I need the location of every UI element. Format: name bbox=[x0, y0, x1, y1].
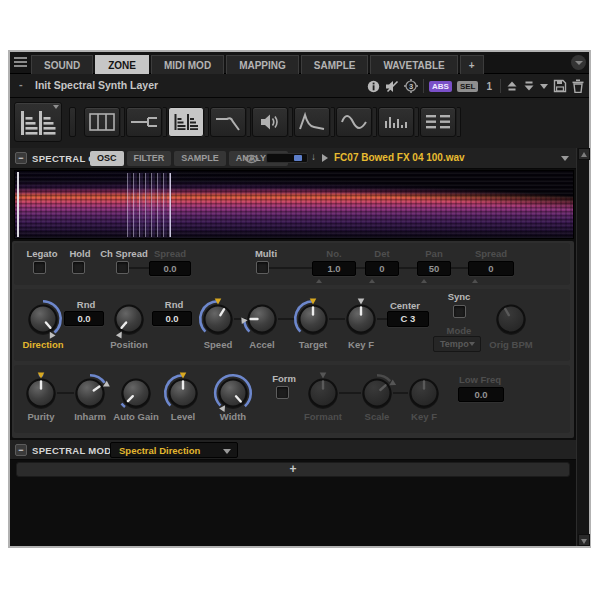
sel-badge[interactable]: SEL bbox=[457, 81, 479, 92]
level-knob[interactable] bbox=[161, 371, 205, 415]
spread-field[interactable]: 0.0 bbox=[149, 261, 191, 276]
button-strip[interactable] bbox=[331, 107, 335, 137]
sample-file-name[interactable]: FC07 Bowed FX 04 100.wav bbox=[334, 152, 465, 163]
button-strip[interactable] bbox=[289, 107, 293, 137]
chevron-down-icon[interactable] bbox=[540, 84, 548, 89]
delete-icon[interactable] bbox=[572, 79, 584, 93]
tuning-fork-icon bbox=[130, 113, 158, 131]
purity-label: Purity bbox=[13, 411, 69, 422]
position-label: Position bbox=[101, 339, 157, 350]
mute-icon[interactable] bbox=[385, 80, 399, 93]
button-strip[interactable] bbox=[247, 107, 251, 137]
button-strip[interactable] bbox=[121, 107, 125, 137]
vertical-scrollbar[interactable] bbox=[576, 148, 589, 546]
add-modulator-button[interactable]: + bbox=[16, 462, 570, 477]
tab-midi-mod[interactable]: MIDI MOD bbox=[151, 55, 224, 74]
slider-handle[interactable] bbox=[294, 155, 302, 161]
multi-det-label: Det bbox=[365, 248, 399, 259]
button-strip[interactable] bbox=[163, 107, 167, 137]
filter-curve-icon bbox=[214, 112, 242, 132]
tab-sample[interactable]: SAMPLE bbox=[174, 151, 226, 166]
envelope-section-button[interactable] bbox=[294, 107, 330, 137]
spectral-icon bbox=[174, 113, 198, 131]
center-key-field[interactable]: C 3 bbox=[387, 311, 429, 327]
collapse-section-button[interactable]: − bbox=[15, 152, 27, 164]
low-freq-field[interactable]: 0.0 bbox=[458, 387, 504, 402]
form-checkbox[interactable] bbox=[276, 386, 289, 399]
play-icon[interactable] bbox=[322, 154, 328, 162]
tab-sample[interactable]: SAMPLE bbox=[301, 55, 369, 74]
filter-section-button[interactable] bbox=[210, 107, 246, 137]
ch-spread-checkbox[interactable] bbox=[116, 261, 129, 274]
keyboard-section-button[interactable] bbox=[84, 107, 120, 137]
scroll-up-button[interactable] bbox=[578, 148, 590, 160]
auto-gain-knob[interactable] bbox=[114, 371, 158, 415]
tab-zone[interactable]: ZONE bbox=[95, 55, 149, 74]
sine-wave-icon bbox=[340, 113, 368, 131]
move-down-icon[interactable] bbox=[523, 80, 535, 92]
multi-label: Multi bbox=[248, 248, 284, 259]
button-strip[interactable] bbox=[457, 107, 461, 137]
multi-no-field[interactable]: 1.0 bbox=[312, 261, 356, 276]
info-icon[interactable] bbox=[367, 80, 380, 93]
zone-title-bar: - Init Spectral Synth Layer 3 ABS SEL 1 bbox=[10, 74, 589, 98]
width-knob[interactable] bbox=[211, 371, 255, 415]
tab-filter[interactable]: FILTER bbox=[127, 151, 172, 166]
move-up-icon[interactable] bbox=[506, 80, 518, 92]
hold-checkbox[interactable] bbox=[72, 261, 85, 274]
mode-dropdown[interactable]: Tempo bbox=[433, 336, 481, 352]
rnd2-field[interactable]: 0.0 bbox=[152, 311, 192, 326]
direction-label: Direction bbox=[15, 339, 71, 350]
save-icon[interactable] bbox=[553, 79, 567, 93]
legato-checkbox[interactable] bbox=[33, 261, 46, 274]
eye-icon[interactable] bbox=[244, 154, 259, 164]
layer-type-button[interactable] bbox=[14, 102, 62, 142]
step-mod-section-button[interactable] bbox=[378, 107, 414, 137]
envelope-icon bbox=[298, 112, 326, 132]
speaker-icon bbox=[260, 113, 280, 131]
orig-bpm-knob[interactable] bbox=[489, 297, 533, 341]
abs-badge[interactable]: ABS bbox=[429, 81, 452, 92]
tab-wavetable[interactable]: WAVETABLE bbox=[370, 55, 457, 74]
multi-det-field[interactable]: 0 bbox=[365, 261, 399, 276]
button-strip[interactable] bbox=[373, 107, 377, 137]
sample-select-chevron-icon[interactable] bbox=[561, 156, 569, 161]
rnd1-field[interactable]: 0.0 bbox=[64, 311, 104, 326]
output-bus-icon[interactable]: 3 bbox=[404, 79, 418, 93]
multi-spread-field[interactable]: 0 bbox=[468, 261, 514, 276]
lfo-section-button[interactable] bbox=[336, 107, 372, 137]
panel-options-button[interactable] bbox=[571, 55, 586, 70]
scroll-down-button[interactable] bbox=[578, 534, 590, 546]
sync-checkbox[interactable] bbox=[453, 305, 466, 318]
mod-matrix-section-button[interactable] bbox=[420, 107, 456, 137]
rnd1-label: Rnd bbox=[68, 299, 104, 310]
playback-position-line bbox=[17, 172, 19, 237]
direction-knob[interactable] bbox=[21, 297, 65, 341]
spectral-osc-section-button[interactable] bbox=[168, 107, 204, 137]
inharm-knob[interactable] bbox=[68, 371, 112, 415]
tab-sound[interactable]: SOUND bbox=[31, 55, 93, 74]
spectrogram-transient-lines bbox=[127, 173, 172, 237]
button-strip[interactable] bbox=[415, 107, 419, 137]
tab-osc[interactable]: OSC bbox=[90, 151, 124, 166]
matrix-rows-icon bbox=[425, 113, 451, 131]
amp-section-button[interactable] bbox=[252, 107, 288, 137]
spread-label: Spread bbox=[149, 248, 191, 259]
collapse-section-button[interactable]: − bbox=[15, 444, 27, 456]
button-strip[interactable] bbox=[205, 107, 209, 137]
tab-mapping[interactable]: MAPPING bbox=[226, 55, 299, 74]
pitch-section-button[interactable] bbox=[126, 107, 162, 137]
mod-target-dropdown[interactable]: Spectral Direction bbox=[110, 442, 238, 458]
position-knob[interactable] bbox=[107, 297, 151, 341]
keyfollow2-knob[interactable] bbox=[402, 371, 446, 415]
spectrogram-display[interactable] bbox=[14, 170, 574, 239]
spectral-osc-params: Legato Hold Ch Spread Spread 0.0 Multi N… bbox=[12, 241, 574, 438]
hold-label: Hold bbox=[62, 248, 98, 259]
multi-checkbox[interactable] bbox=[256, 261, 269, 274]
multi-pan-field[interactable]: 50 bbox=[417, 261, 451, 276]
display-gain-slider[interactable] bbox=[266, 153, 308, 163]
menu-icon[interactable] bbox=[14, 57, 27, 68]
drop-sample-icon[interactable]: ↓ bbox=[311, 151, 316, 162]
tab-add[interactable]: + bbox=[460, 55, 484, 74]
collapse-toggle[interactable]: - bbox=[19, 78, 23, 90]
